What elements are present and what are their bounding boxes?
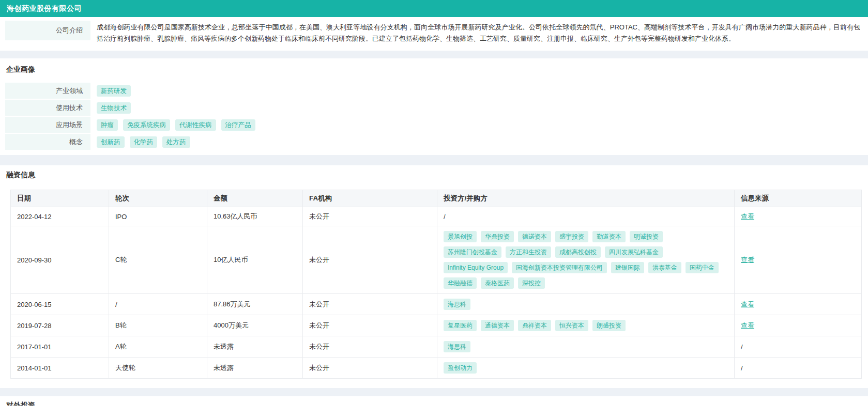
investor-tag[interactable]: 深投控	[518, 277, 545, 289]
financing-row: 2022-04-12IPO10.63亿人民币未公开/查看	[11, 207, 862, 226]
company-intro-row: 公司介绍 成都海创药业有限公司是国家高新技术企业，总部坐落于中国成都，在美国、澳…	[5, 21, 861, 44]
next-section: 对外投资	[0, 396, 868, 419]
investor-tag[interactable]: 明诚投资	[630, 231, 663, 242]
financing-fa-cell: 未公开	[303, 207, 437, 226]
view-source-link[interactable]: 查看	[741, 321, 754, 329]
investor-tag[interactable]: 盈创动力	[444, 362, 477, 374]
financing-row: 2020-09-30C轮10亿人民币未公开景旭创投华鼎投资德诺资本盛宇投资勤道资…	[11, 226, 862, 294]
financing-amount-cell: 10.63亿人民币	[207, 207, 303, 226]
portrait-tag[interactable]: 肿瘤	[97, 119, 118, 131]
investor-tag[interactable]: 国海创新资本投资管理有限公司	[512, 262, 607, 273]
company-intro-section: 公司介绍 成都海创药业有限公司是国家高新技术企业，总部坐落于中国成都，在美国、澳…	[0, 17, 868, 51]
next-section-title: 对外投资	[6, 401, 861, 406]
financing-column-header: FA机构	[303, 190, 437, 207]
portrait-tag[interactable]: 代谢性疾病	[175, 119, 216, 131]
portrait-row: 概念创新药化学药处方药	[5, 134, 861, 150]
portrait-row-tags: 肿瘤免疫系统疾病代谢性疾病治疗产品	[90, 117, 861, 133]
investor-tag[interactable]: 海思科	[444, 341, 470, 352]
investor-tag[interactable]: 国药中金	[686, 262, 719, 273]
financing-table-head: 日期轮次金额FA机构投资方/并购方信息来源	[11, 190, 862, 207]
portrait-tag[interactable]: 免疫系统疾病	[123, 119, 170, 131]
investor-tag[interactable]: 苏州隆门创投基金	[444, 246, 501, 258]
financing-investors-cell: 景旭创投华鼎投资德诺资本盛宇投资勤道资本明诚投资苏州隆门创投基金方正和生投资成都…	[437, 226, 735, 294]
financing-date-cell: 2019-07-28	[11, 315, 109, 336]
financing-round-cell: IPO	[109, 207, 207, 226]
portrait-row: 产业领域新药研发	[5, 83, 861, 99]
financing-column-header: 日期	[11, 190, 109, 207]
financing-source-cell: 查看	[735, 226, 862, 294]
investor-tag[interactable]: Infinity Equity Group	[444, 262, 508, 273]
financing-date-cell: 2014-01-01	[11, 358, 109, 379]
portrait-tag[interactable]: 化学药	[130, 136, 158, 148]
investor-tag[interactable]: 景旭创投	[444, 231, 477, 242]
investor-tag[interactable]: 四川发展弘科基金	[605, 246, 663, 258]
financing-row: 2017-01-01A轮未透露未公开海思科/	[11, 336, 862, 358]
financing-round-cell: C轮	[109, 226, 207, 294]
enterprise-portrait-section: 企业画像 产业领域新药研发使用技术生物技术应用场景肿瘤免疫系统疾病代谢性疾病治疗…	[0, 58, 868, 155]
investor-tag[interactable]: 成都高投创投	[555, 246, 601, 258]
investor-tag[interactable]: 鼎祥资本	[518, 320, 551, 331]
financing-investors-cell: 复星医药通德资本鼎祥资本恒兴资本朗盛投资	[437, 315, 735, 336]
view-source-link[interactable]: 查看	[741, 212, 754, 220]
financing-header-row: 日期轮次金额FA机构投资方/并购方信息来源	[11, 190, 862, 207]
investor-tag[interactable]: 华鼎投资	[481, 231, 514, 242]
view-source-link[interactable]: 查看	[741, 300, 754, 308]
portrait-row-label: 应用场景	[5, 117, 90, 133]
portrait-row: 应用场景肿瘤免疫系统疾病代谢性疾病治疗产品	[5, 117, 861, 133]
investor-tag[interactable]: 海思科	[444, 299, 470, 310]
financing-date-cell: 2022-04-12	[11, 207, 109, 226]
investor-tag[interactable]: 朗盛投资	[592, 320, 626, 331]
financing-round-cell: A轮	[109, 336, 207, 358]
portrait-tag[interactable]: 生物技术	[97, 102, 131, 114]
investor-tag[interactable]: 通德资本	[481, 320, 514, 331]
investor-tag[interactable]: 华融融德	[444, 277, 477, 289]
financing-date-cell: 2020-09-30	[11, 226, 109, 294]
portrait-tag[interactable]: 创新药	[97, 136, 125, 148]
portrait-row: 使用技术生物技术	[5, 100, 861, 116]
company-name: 海创药业股份有限公司	[7, 4, 82, 13]
investor-tag[interactable]: 建银国际	[611, 262, 644, 273]
financing-date-cell: 2020-06-15	[11, 294, 109, 315]
portrait-row-tags: 生物技术	[90, 100, 861, 116]
portrait-row-label: 概念	[5, 134, 90, 150]
intro-label: 公司介绍	[5, 21, 90, 40]
portrait-tag[interactable]: 处方药	[162, 136, 190, 148]
financing-column-header: 投资方/并购方	[437, 190, 735, 207]
portrait-row-label: 使用技术	[5, 100, 90, 116]
financing-investors-cell: 海思科	[437, 336, 735, 358]
portrait-row-tags: 新药研发	[90, 83, 861, 99]
investor-tag[interactable]: 洪泰基金	[648, 262, 681, 273]
section-separator	[0, 388, 868, 396]
financing-source-cell: 查看	[735, 315, 862, 336]
financing-investors-cell: /	[437, 207, 735, 226]
financing-fa-cell: 未公开	[303, 358, 437, 379]
company-profile-page: 海创药业股份有限公司 公司介绍 成都海创药业有限公司是国家高新技术企业，总部坐落…	[0, 0, 868, 419]
financing-round-cell: 天使轮	[109, 358, 207, 379]
view-source-link[interactable]: 查看	[741, 256, 754, 263]
portrait-tag[interactable]: 新药研发	[97, 85, 131, 97]
company-header-bar: 海创药业股份有限公司	[0, 0, 868, 17]
portrait-tag[interactable]: 治疗产品	[221, 119, 255, 131]
investor-tag[interactable]: 复星医药	[444, 320, 477, 331]
investor-tag[interactable]: 方正和生投资	[506, 246, 551, 258]
intro-text: 成都海创药业有限公司是国家高新技术企业，总部坐落于中国成都，在美国、澳大利亚等地…	[90, 21, 861, 44]
financing-date-cell: 2017-01-01	[11, 336, 109, 358]
investor-tag[interactable]: 勤道资本	[592, 231, 626, 242]
financing-row: 2020-06-15/87.86万美元未公开海思科查看	[11, 294, 862, 315]
investor-tag[interactable]: 德诺资本	[518, 231, 551, 242]
investor-tag[interactable]: 盛宇投资	[555, 231, 588, 242]
financing-table-body: 2022-04-12IPO10.63亿人民币未公开/查看2020-09-30C轮…	[11, 207, 862, 379]
investor-tag[interactable]: 恒兴资本	[555, 320, 588, 331]
financing-column-header: 金额	[207, 190, 303, 207]
portrait-row-label: 产业领域	[5, 83, 90, 99]
investor-tag[interactable]: 泰格医药	[481, 277, 514, 289]
financing-round-cell: /	[109, 294, 207, 315]
financing-source-cell: 查看	[735, 294, 862, 315]
financing-column-header: 信息来源	[735, 190, 862, 207]
financing-amount-cell: 未透露	[207, 358, 303, 379]
financing-investors-cell: 海思科	[437, 294, 735, 315]
financing-table: 日期轮次金额FA机构投资方/并购方信息来源 2022-04-12IPO10.63…	[10, 190, 862, 379]
financing-round-cell: B轮	[109, 315, 207, 336]
portrait-section-title: 企业画像	[6, 65, 861, 74]
financing-row: 2019-07-28B轮4000万美元未公开复星医药通德资本鼎祥资本恒兴资本朗盛…	[11, 315, 862, 336]
